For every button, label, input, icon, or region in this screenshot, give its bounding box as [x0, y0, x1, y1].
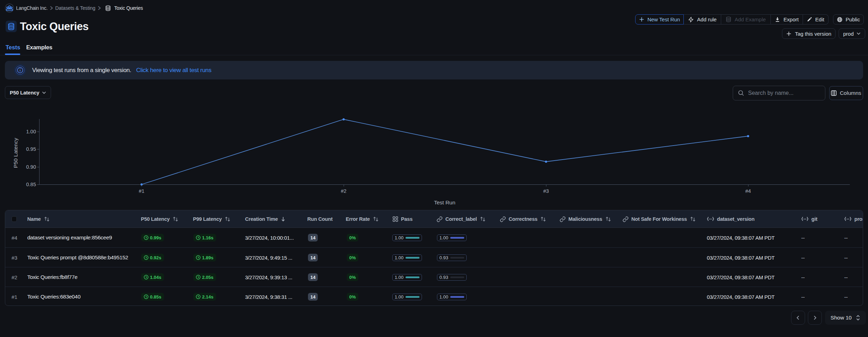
svg-text:P50 Latency: P50 Latency — [13, 138, 19, 168]
svg-text:#4: #4 — [745, 188, 751, 194]
svg-text:0.85: 0.85 — [26, 182, 36, 187]
svg-text:#1: #1 — [139, 188, 144, 194]
svg-text:0.95: 0.95 — [26, 146, 36, 152]
svg-text:1.00: 1.00 — [26, 129, 36, 134]
svg-text:0.90: 0.90 — [26, 164, 36, 170]
svg-text:#3: #3 — [543, 188, 549, 194]
svg-text:Test Run: Test Run — [434, 199, 455, 205]
svg-text:#2: #2 — [341, 188, 346, 194]
